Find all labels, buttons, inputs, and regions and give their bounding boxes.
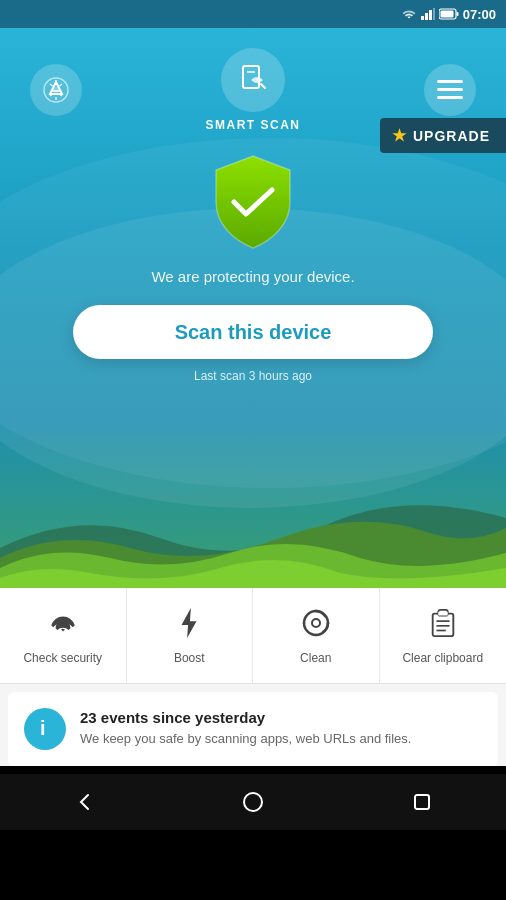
svg-rect-5 xyxy=(456,12,458,16)
main-background: SMART SCAN ★ UPGRADE xyxy=(0,28,506,588)
scan-button-label: Scan this device xyxy=(175,321,332,344)
svg-rect-1 xyxy=(425,13,428,20)
action-boost-label: Boost xyxy=(174,651,205,667)
svg-rect-2 xyxy=(429,10,432,20)
upgrade-label: UPGRADE xyxy=(413,128,490,144)
action-clear-clipboard-label: Clear clipboard xyxy=(402,651,483,667)
svg-rect-16 xyxy=(437,96,463,99)
svg-rect-3 xyxy=(433,8,435,20)
protection-text: We are protecting your device. xyxy=(151,268,354,285)
smart-scan-nav[interactable]: SMART SCAN xyxy=(206,48,301,132)
svg-text:i: i xyxy=(40,717,46,739)
smart-scan-icon-button[interactable] xyxy=(221,48,285,112)
svg-rect-0 xyxy=(421,16,424,20)
smart-scan-icon xyxy=(235,62,271,98)
svg-rect-10 xyxy=(243,66,259,88)
upgrade-button[interactable]: ★ UPGRADE xyxy=(380,118,506,153)
spin-icon xyxy=(301,608,331,643)
events-description: We keep you safe by scanning apps, web U… xyxy=(80,730,411,748)
events-card[interactable]: i 23 events since yesterday We keep you … xyxy=(8,692,498,766)
svg-point-12 xyxy=(257,78,261,82)
smart-scan-label: SMART SCAN xyxy=(206,118,301,132)
svg-rect-20 xyxy=(438,612,447,616)
svg-point-17 xyxy=(312,619,320,627)
action-boost[interactable]: Boost xyxy=(127,588,254,683)
back-button[interactable] xyxy=(59,777,109,827)
back-icon xyxy=(74,792,94,812)
action-clean[interactable]: Clean xyxy=(253,588,380,683)
action-check-security-label: Check security xyxy=(23,651,102,667)
last-scan-text: Last scan 3 hours ago xyxy=(194,369,312,383)
star-icon: ★ xyxy=(392,126,407,145)
events-info-icon: i xyxy=(24,708,66,750)
menu-icon xyxy=(437,80,463,100)
wifi-icon xyxy=(48,608,78,643)
shield-icon xyxy=(208,152,298,252)
svg-point-9 xyxy=(53,87,59,93)
status-icons: 07:00 xyxy=(401,7,496,22)
action-check-security[interactable]: Check security xyxy=(0,588,127,683)
events-title: 23 events since yesterday xyxy=(80,709,411,726)
scan-button[interactable]: Scan this device xyxy=(73,305,433,359)
events-text: 23 events since yesterday We keep you sa… xyxy=(80,709,411,748)
avast-logo-button[interactable] xyxy=(30,64,82,116)
quick-actions: Check security Boost xyxy=(0,588,506,684)
avast-logo-icon xyxy=(42,76,70,104)
clipboard-icon xyxy=(428,608,458,643)
recents-button[interactable] xyxy=(397,777,447,827)
shield xyxy=(208,152,298,252)
menu-button[interactable] xyxy=(424,64,476,116)
svg-rect-6 xyxy=(440,11,453,18)
hills-decoration xyxy=(0,468,506,588)
recents-icon xyxy=(413,793,431,811)
svg-rect-14 xyxy=(437,80,463,83)
signal-icon xyxy=(421,8,435,20)
status-time: 07:00 xyxy=(463,7,496,22)
svg-rect-26 xyxy=(415,795,429,809)
android-nav-bar xyxy=(0,774,506,830)
status-bar: 07:00 xyxy=(0,0,506,28)
wifi-status-icon xyxy=(401,8,417,20)
svg-line-13 xyxy=(261,84,265,88)
svg-rect-18 xyxy=(432,614,453,637)
battery-icon xyxy=(439,8,459,20)
svg-point-25 xyxy=(244,793,262,811)
action-clean-label: Clean xyxy=(300,651,331,667)
scan-btn-container: Scan this device Last scan 3 hours ago xyxy=(0,305,506,383)
shield-container: We are protecting your device. xyxy=(0,152,506,285)
bottom-section: Check security Boost xyxy=(0,588,506,766)
info-icon: i xyxy=(33,717,57,741)
home-icon xyxy=(242,791,264,813)
bolt-icon xyxy=(174,608,204,643)
svg-rect-15 xyxy=(437,88,463,91)
action-clear-clipboard[interactable]: Clear clipboard xyxy=(380,588,507,683)
home-button[interactable] xyxy=(228,777,278,827)
